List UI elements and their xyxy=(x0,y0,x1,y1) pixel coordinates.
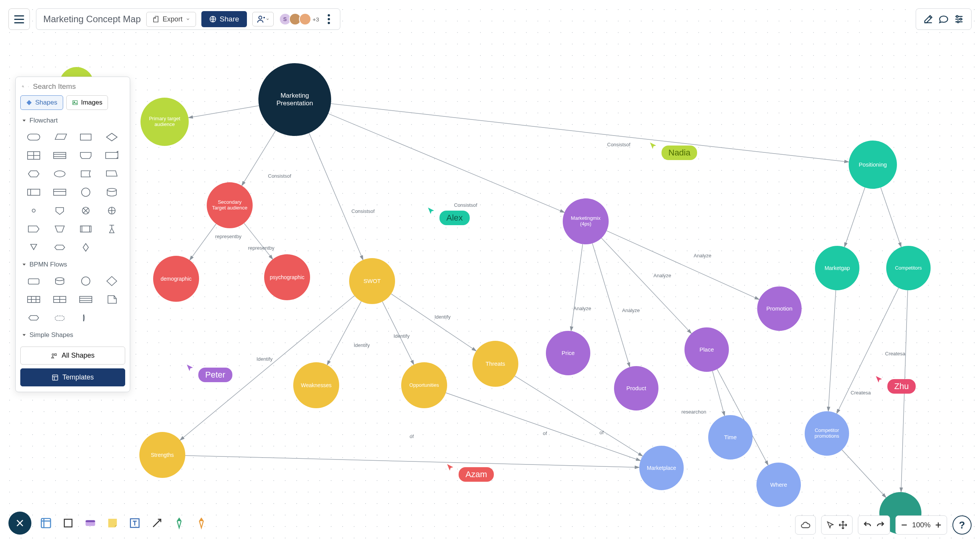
undo-icon[interactable] xyxy=(863,520,872,530)
shape-item[interactable] xyxy=(74,203,98,219)
concept-node[interactable]: Time xyxy=(708,415,753,460)
shape-item[interactable] xyxy=(74,166,98,182)
shape-item[interactable] xyxy=(100,221,124,237)
cursor-icon[interactable] xyxy=(826,521,835,529)
shape-item[interactable] xyxy=(48,221,72,237)
connector-tool[interactable] xyxy=(149,515,165,531)
rectangle-tool[interactable] xyxy=(60,515,76,531)
frame-tool[interactable] xyxy=(38,515,54,531)
shape-item[interactable] xyxy=(100,310,124,326)
shape-item[interactable] xyxy=(22,291,46,307)
concept-node[interactable]: Threats xyxy=(472,341,518,387)
zoom-level[interactable]: 100% xyxy=(912,521,931,529)
shape-item[interactable] xyxy=(74,129,98,145)
concept-node[interactable]: Primary target audience xyxy=(140,98,189,146)
shape-item[interactable] xyxy=(100,147,124,164)
pen-tool[interactable] xyxy=(172,515,187,531)
add-collaborator-button[interactable] xyxy=(252,12,274,26)
chevron-down-icon[interactable] xyxy=(28,85,29,88)
collaborator-overflow[interactable]: +3 xyxy=(313,16,319,23)
search-input[interactable] xyxy=(33,82,124,91)
concept-node[interactable]: Where xyxy=(756,463,801,507)
shape-item[interactable] xyxy=(100,203,124,219)
concept-node[interactable]: Marketing Presentation xyxy=(258,63,331,136)
all-shapes-button[interactable]: All Shapes xyxy=(20,347,125,365)
menu-button[interactable] xyxy=(8,8,30,30)
card-tool[interactable] xyxy=(83,515,98,531)
document-title[interactable]: Marketing Concept Map xyxy=(43,14,141,25)
text-tool[interactable] xyxy=(127,515,142,531)
templates-button[interactable]: Templates xyxy=(20,368,125,386)
shape-item[interactable] xyxy=(74,221,98,237)
redo-icon[interactable] xyxy=(876,520,885,530)
shape-item[interactable] xyxy=(48,184,72,200)
highlighter-tool[interactable] xyxy=(194,515,209,531)
shape-item[interactable] xyxy=(100,273,124,289)
move-icon[interactable] xyxy=(838,520,848,530)
shape-item[interactable] xyxy=(22,147,46,164)
export-button[interactable]: Export xyxy=(146,12,196,27)
comments-button[interactable] xyxy=(936,11,951,27)
shape-item[interactable] xyxy=(48,273,72,289)
concept-node[interactable]: Opportunities xyxy=(401,362,447,408)
concept-node[interactable]: psychographic xyxy=(264,254,310,300)
shape-item[interactable] xyxy=(22,221,46,237)
concept-node[interactable]: Marketingmix (4ps) xyxy=(563,198,609,244)
shape-item[interactable] xyxy=(100,129,124,145)
shape-item[interactable] xyxy=(74,147,98,164)
shape-item[interactable] xyxy=(22,203,46,219)
collaborator-avatars[interactable]: S +3 xyxy=(279,13,319,25)
concept-node[interactable]: Competitor promotions xyxy=(805,411,849,456)
cloud-icon[interactable] xyxy=(800,520,811,530)
shape-item[interactable] xyxy=(74,273,98,289)
shape-item[interactable] xyxy=(74,239,98,255)
more-menu-button[interactable] xyxy=(325,11,333,27)
close-panel-button[interactable] xyxy=(8,512,31,535)
avatar[interactable] xyxy=(299,13,311,25)
shape-item[interactable] xyxy=(22,273,46,289)
shape-item[interactable] xyxy=(48,291,72,307)
sticky-tool[interactable] xyxy=(105,515,120,531)
concept-node[interactable]: Marketgap xyxy=(815,246,859,290)
concept-node[interactable]: Marketplace xyxy=(639,446,684,490)
shape-item[interactable] xyxy=(100,166,124,182)
shape-item[interactable] xyxy=(74,184,98,200)
shape-item[interactable] xyxy=(74,310,98,326)
canvas[interactable]: Marketing PresentationPrimary target aud… xyxy=(0,0,980,543)
shape-item[interactable] xyxy=(48,129,72,145)
shape-item[interactable] xyxy=(100,291,124,307)
concept-node[interactable]: Product xyxy=(614,366,658,411)
shape-item[interactable] xyxy=(48,166,72,182)
zoom-in-icon[interactable] xyxy=(934,521,942,529)
shape-item[interactable] xyxy=(22,184,46,200)
shape-item[interactable] xyxy=(22,310,46,326)
shape-item[interactable] xyxy=(22,239,46,255)
tab-images[interactable]: Images xyxy=(66,95,108,110)
concept-node[interactable]: Secondary Target audience xyxy=(207,182,253,228)
concept-node[interactable]: Weaknesses xyxy=(293,362,339,408)
concept-node[interactable]: SWOT xyxy=(349,258,395,304)
concept-node[interactable]: Price xyxy=(546,331,590,375)
section-header-bpmn[interactable]: BPMN Flows xyxy=(16,258,130,272)
shape-item[interactable] xyxy=(48,239,72,255)
shape-item[interactable] xyxy=(100,239,124,255)
zoom-out-icon[interactable] xyxy=(900,521,908,529)
edit-button[interactable] xyxy=(921,11,936,27)
shape-item[interactable] xyxy=(22,129,46,145)
help-button[interactable]: ? xyxy=(952,515,972,535)
concept-node[interactable]: Competitors xyxy=(886,246,931,290)
shape-item[interactable] xyxy=(100,184,124,200)
shape-item[interactable] xyxy=(22,166,46,182)
shape-item[interactable] xyxy=(48,310,72,326)
section-header-flowchart[interactable]: Flowchart xyxy=(16,114,130,128)
shape-item[interactable] xyxy=(48,147,72,164)
share-button[interactable]: Share xyxy=(201,11,247,27)
section-header-simple[interactable]: Simple Shapes xyxy=(16,328,130,342)
concept-node[interactable]: Promotion xyxy=(757,286,802,331)
concept-node[interactable]: Positioning xyxy=(849,141,897,189)
shape-item[interactable] xyxy=(48,203,72,219)
concept-node[interactable]: demographic xyxy=(153,256,199,302)
shape-item[interactable] xyxy=(74,291,98,307)
concept-node[interactable]: Place xyxy=(684,327,729,372)
concept-node[interactable]: Strengths xyxy=(139,432,185,478)
